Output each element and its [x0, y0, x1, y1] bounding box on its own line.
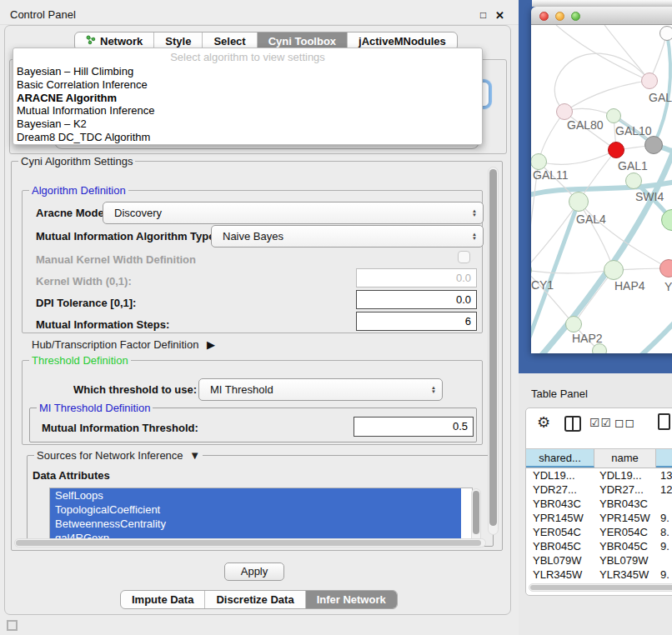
table-cell [656, 553, 672, 568]
window-close-button[interactable] [539, 12, 549, 21]
mi-type-combo[interactable]: Naive Bayes ▲▼ [211, 225, 484, 248]
node-label: HAP4 [614, 279, 645, 292]
mi-threshold-title: MI Threshold Definition [37, 402, 153, 414]
window-zoom-button[interactable] [571, 12, 580, 21]
network-node[interactable] [625, 172, 642, 189]
dropdown-item[interactable]: Mutual Information Inference [13, 104, 482, 118]
check-all-icon[interactable]: ☑☑ [589, 416, 612, 429]
tab[interactable]: Discretize Data [205, 591, 305, 608]
tab-label: Discretize Data [216, 593, 293, 606]
collapse-panel-button[interactable] [7, 620, 18, 631]
dropdown-item[interactable]: ARACNE Algorithm [13, 92, 482, 105]
column-header[interactable]: A [656, 449, 672, 468]
kernel-width-field[interactable]: 0.0 [356, 268, 477, 288]
table-row[interactable]: YPR145WYPR145W9. [526, 511, 672, 525]
dropdown-item[interactable]: Dream8 DC_TDC Algorithm [13, 131, 482, 144]
apply-button[interactable]: Apply [224, 562, 284, 581]
table-panel-region: Table Panel ⚙ ☑☑ ◻◻ shared...nameA YDL19… [519, 373, 672, 635]
scrollbar-thumb[interactable] [16, 540, 481, 546]
threshold-definition-group: Threshold Definition Which threshold to … [22, 360, 483, 445]
uncheck-all-icon[interactable]: ◻◻ [614, 416, 635, 429]
dropdown-placeholder: Select algorithm to view settings [13, 50, 482, 65]
table-cell: 9. [656, 511, 672, 525]
network-window-titlebar[interactable] [531, 7, 672, 25]
split-columns-icon[interactable] [564, 416, 581, 432]
settings-horizontal-scrollbar[interactable] [14, 538, 486, 548]
hub-section-label[interactable]: Hub/Transcription Factor Definition ▶ [32, 338, 215, 351]
table-row[interactable]: YDR27...YDR27...12 [526, 482, 672, 497]
mi-steps-field[interactable]: 6 [356, 312, 477, 331]
data-attributes-label: Data Attributes [33, 469, 110, 482]
scrollbar-thumb[interactable] [530, 585, 672, 590]
mi-threshold-field[interactable]: 0.5 [354, 417, 474, 437]
attribute-item-selected[interactable]: TopologicalCoefficient [50, 502, 461, 517]
table-row[interactable]: YBL079WYBL079W [526, 553, 672, 568]
table-row[interactable]: YER054CYER054C8. [526, 525, 672, 539]
network-node[interactable] [565, 316, 582, 332]
dropdown-item[interactable]: Bayesian – K2 [13, 118, 482, 131]
dpi-tolerance-field[interactable]: 0.0 [356, 290, 477, 309]
table-row[interactable]: YBR045CYBR045C9. [526, 539, 672, 553]
network-node[interactable] [604, 260, 624, 280]
column-header[interactable]: name [594, 449, 656, 468]
dropdown-item[interactable]: Basic Correlation Inference [13, 78, 482, 92]
manual-kernel-checkbox[interactable] [458, 251, 470, 263]
sources-title: Sources for Network Inference ▼ [34, 449, 203, 462]
network-node[interactable] [659, 259, 672, 278]
scrollbar-thumb[interactable] [489, 169, 497, 526]
table-horizontal-scrollbar[interactable] [529, 583, 672, 592]
attribute-item-selected[interactable]: SelfLoops [50, 488, 461, 502]
aracne-mode-label: Aracne Mode: [36, 207, 108, 219]
dropdown-item[interactable]: Bayesian – Hill Climbing [13, 65, 482, 78]
dropdown-item-label: ARACNE Algorithm [17, 92, 117, 104]
table-cell: YDL19... [594, 468, 656, 482]
network-node[interactable] [641, 72, 658, 89]
network-node[interactable] [556, 103, 573, 120]
aracne-mode-combo[interactable]: Discovery ▲▼ [103, 202, 484, 224]
network-node[interactable] [659, 26, 672, 41]
table-cell: 13 [656, 468, 672, 482]
table-row[interactable]: YBR043CYBR043C [526, 497, 672, 511]
stepper-icon: ▲▼ [472, 232, 477, 241]
network-node[interactable] [531, 153, 547, 170]
panel-title: Control Panel [10, 8, 76, 21]
table-row[interactable]: YLR345WYLR345W9. [526, 568, 672, 582]
expand-arrow-icon[interactable]: ▶ [207, 338, 215, 351]
tab[interactable]: Infer Network [306, 591, 397, 608]
attributes-scrollbar[interactable] [471, 488, 481, 545]
page-icon[interactable] [658, 413, 670, 430]
collapse-arrow-icon[interactable]: ▼ [189, 449, 200, 462]
stepper-icon: ▲▼ [472, 209, 477, 218]
settings-vertical-scrollbar[interactable] [488, 167, 499, 535]
network-canvas[interactable]: GALGAL80GAL10GAL1GAL11SWI4GAL4GCY1HAP4YH… [531, 25, 672, 353]
mi-threshold-label: Mutual Information Threshold: [42, 422, 198, 434]
kernel-width-label: Kernel Width (0,1): [36, 275, 132, 288]
close-panel-icon[interactable]: ✕ [495, 9, 504, 22]
table-cell: YBL079W [594, 553, 656, 568]
dropdown-item-label: Basic Correlation Inference [17, 78, 148, 91]
table-cell: YBR045C [526, 539, 594, 553]
tab[interactable]: Impute Data [121, 591, 205, 608]
table-row[interactable]: YDL19...YDL19...13 [526, 468, 672, 482]
node-label: GAL80 [567, 118, 604, 132]
table-cell: YPR145W [594, 511, 656, 525]
which-threshold-combo[interactable]: MI Threshold ▲▼ [198, 378, 443, 401]
network-node[interactable] [569, 192, 589, 212]
window-minimize-button[interactable] [555, 12, 564, 21]
mi-steps-label: Mutual Information Steps: [36, 318, 169, 331]
network-node[interactable] [606, 108, 621, 123]
tab-label: Cyni Toolbox [268, 35, 336, 48]
network-node[interactable] [608, 142, 624, 158]
node-label: GAL11 [533, 168, 569, 182]
tab-label: jActiveMNodules [359, 35, 446, 48]
node-table-card: ⚙ ☑☑ ◻◻ shared...nameA YDL19...YDL19...1… [525, 408, 672, 596]
gear-icon[interactable]: ⚙ [537, 413, 550, 432]
column-header[interactable]: shared... [526, 449, 594, 468]
attribute-item-selected[interactable]: BetweennessCentrality [50, 517, 461, 531]
network-node[interactable] [644, 136, 663, 154]
network-node[interactable] [592, 343, 607, 353]
network-window: GALGAL80GAL10GAL1GAL11SWI4GAL4GCY1HAP4YH… [531, 7, 672, 353]
table-cell: YBR043C [526, 497, 594, 511]
float-window-icon[interactable]: □ [480, 9, 486, 21]
scrollbar-thumb[interactable] [473, 491, 479, 534]
